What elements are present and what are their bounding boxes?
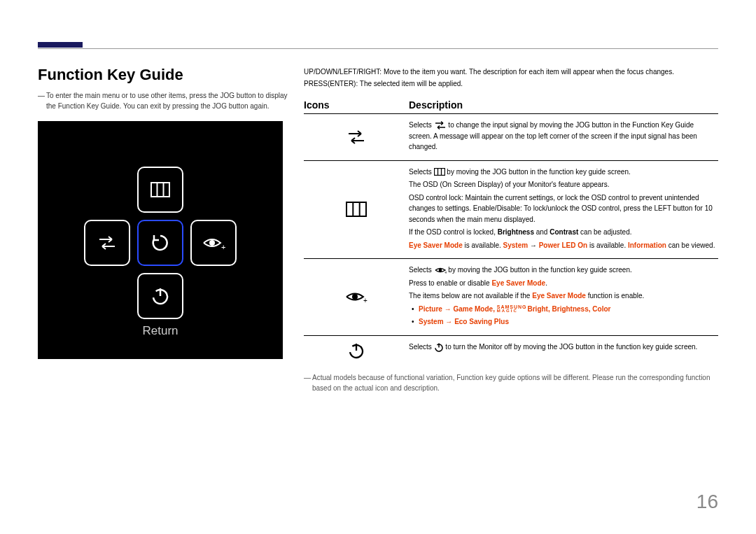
svg-rect-7	[346, 202, 366, 216]
intro-text: UP/DOWN/LEFT/RIGHT: Move to the item you…	[304, 66, 718, 90]
table-row: + Selects + by moving the JOG button in …	[304, 258, 718, 335]
dpad-layout: +	[84, 167, 237, 319]
eye-saver-icon: +	[202, 234, 225, 251]
return-icon	[150, 232, 171, 253]
power-icon	[304, 342, 409, 360]
svg-text:+: +	[221, 243, 225, 251]
dpad-center-return-icon	[137, 220, 183, 266]
dpad-down-power-icon	[137, 273, 183, 319]
page-number: 16	[696, 491, 718, 513]
table-row: Selects to turn the Monitor off by movin…	[304, 335, 718, 365]
svg-rect-0	[151, 183, 169, 197]
row-source-desc: Selects to change the input signal by mo…	[409, 120, 718, 155]
intro-note: To enter the main menu or to use other i…	[38, 91, 290, 111]
svg-point-13	[352, 294, 358, 300]
menu-icon	[150, 182, 170, 197]
row-eye-desc: Selects + by moving the JOG button in th…	[409, 265, 718, 330]
header-accent	[38, 42, 83, 48]
col-header-description: Description	[409, 99, 718, 111]
col-header-icons: Icons	[304, 99, 409, 111]
footnote: Actual models because of functional vari…	[304, 372, 718, 393]
dpad-right-eye-icon: +	[190, 220, 237, 266]
left-column: Function Key Guide To enter the main men…	[38, 66, 304, 393]
table-row: Selects by moving the JOG button in the …	[304, 160, 718, 259]
dpad-up-menu-icon	[137, 167, 183, 213]
menu-icon	[304, 167, 409, 253]
source-icon	[304, 120, 409, 155]
dpad-left-source-icon	[84, 220, 130, 266]
row-menu-desc: Selects by moving the JOG button in the …	[409, 167, 718, 253]
power-icon	[150, 286, 170, 306]
page-content: Function Key Guide To enter the main men…	[38, 66, 718, 393]
svg-text:+: +	[363, 297, 368, 304]
table-header: Icons Description	[304, 99, 718, 111]
page-title: Function Key Guide	[38, 66, 290, 84]
svg-point-3	[209, 240, 215, 246]
table-row: Selects to change the input signal by mo…	[304, 113, 718, 160]
osd-caption: Return	[38, 324, 283, 338]
source-icon	[97, 234, 118, 252]
header-rule	[38, 42, 718, 49]
osd-screenshot: + Return	[38, 121, 283, 359]
eye-saver-icon: +	[304, 265, 409, 330]
svg-rect-10	[434, 169, 444, 176]
right-column: UP/DOWN/LEFT/RIGHT: Move to the item you…	[304, 66, 718, 393]
svg-point-15	[438, 269, 442, 272]
row-power-desc: Selects to turn the Monitor off by movin…	[409, 342, 718, 360]
